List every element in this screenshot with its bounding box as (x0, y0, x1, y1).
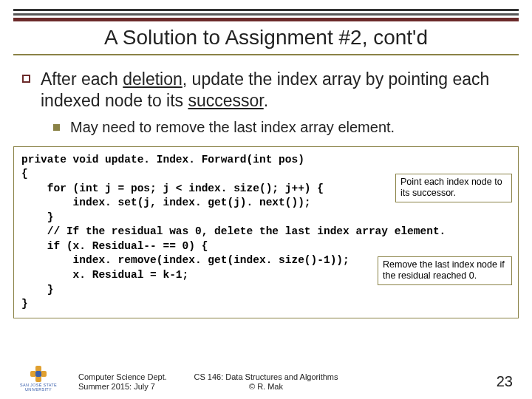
code-line: // If the residual was 0, delete the las… (21, 225, 511, 239)
rule-accent (13, 18, 519, 21)
slide: A Solution to Assignment #2, cont'd Afte… (0, 0, 532, 399)
footer: SAN JOSÉ STATE UNIVERSITY Computer Scien… (0, 366, 532, 392)
footer-line: CS 146: Data Structures and Algorithms (194, 372, 338, 382)
code-line: } (21, 297, 511, 312)
t-underline: deletion (123, 69, 183, 89)
t: . (264, 91, 268, 110)
t: After each (41, 69, 123, 89)
rule (13, 13, 519, 16)
code-line: private void update. Index. Forward(int … (21, 153, 511, 168)
title-wrap: A Solution to Assignment #2, cont'd (0, 26, 532, 50)
t-underline: successor (188, 91, 263, 110)
bullet1-text: After each deletion, update the index ar… (41, 69, 510, 112)
bullet-level2: May need to remove the last index array … (53, 119, 510, 136)
university-logo: SAN JOSÉ STATE UNIVERSITY (18, 366, 59, 392)
logo-icon (30, 366, 47, 382)
bullet-level1: After each deletion, update the index ar… (22, 69, 510, 112)
page-number: 23 (497, 373, 513, 390)
bullet-filled-square-icon (53, 124, 60, 131)
callout-note: Point each index node to its successor. (395, 174, 512, 202)
rule (13, 9, 519, 11)
top-rules (0, 0, 532, 21)
bullet2-text: May need to remove the last index array … (70, 119, 395, 136)
code-box: private void update. Index. Forward(int … (13, 146, 519, 318)
callout-note: Remove the last index node if the residu… (378, 256, 512, 285)
footer-line: © R. Mak (194, 382, 338, 392)
footer-center: CS 146: Data Structures and Algorithms ©… (194, 372, 338, 392)
footer-left: Computer Science Dept. Summer 2015: July… (78, 372, 167, 392)
code-line: if (x. Residual-- == 0) { (21, 239, 511, 254)
body: After each deletion, update the index ar… (0, 55, 532, 136)
logo-text: UNIVERSITY (18, 388, 59, 392)
footer-line: Summer 2015: July 7 (78, 382, 167, 392)
page-title: A Solution to Assignment #2, cont'd (104, 26, 428, 49)
code-line: } (21, 211, 511, 225)
footer-line: Computer Science Dept. (78, 372, 167, 382)
bullet-open-square-icon (22, 75, 30, 83)
